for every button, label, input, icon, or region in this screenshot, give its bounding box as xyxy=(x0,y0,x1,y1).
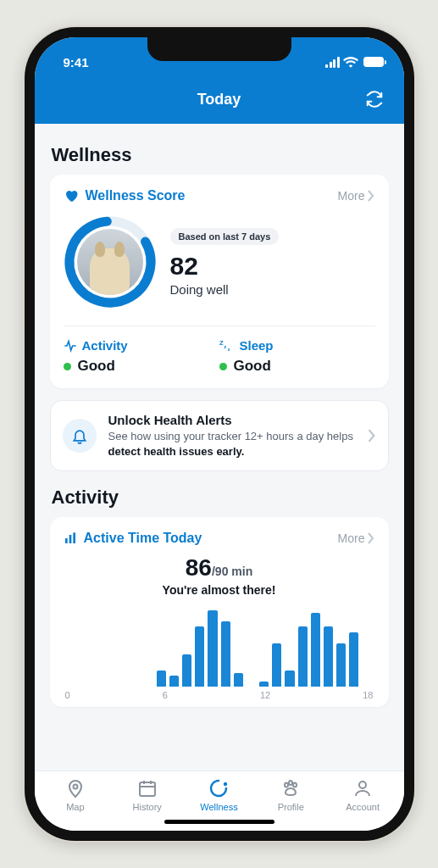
chart-bar xyxy=(285,670,294,687)
svg-rect-6 xyxy=(69,535,71,543)
wellness-score-card[interactable]: Wellness Score More xyxy=(50,175,389,388)
wifi-icon xyxy=(343,56,358,68)
pulse-icon xyxy=(64,339,77,353)
score-ring xyxy=(64,215,157,309)
chart-bar xyxy=(157,670,166,687)
side-button xyxy=(21,281,25,328)
sleep-icon: Z z z xyxy=(219,339,235,353)
axis-tick: 18 xyxy=(363,690,373,700)
title-bar: Today xyxy=(35,75,404,124)
bars-icon xyxy=(64,531,77,545)
svg-point-10 xyxy=(224,782,227,786)
chart-bar xyxy=(259,682,269,687)
svg-rect-5 xyxy=(65,538,68,543)
heart-icon xyxy=(64,188,79,203)
svg-point-11 xyxy=(285,783,288,787)
person-icon xyxy=(352,778,373,798)
notch xyxy=(147,37,291,61)
banner-body: See how using your tracker 12+ hours a d… xyxy=(108,429,356,459)
svg-rect-7 xyxy=(73,532,75,543)
chevron-right-icon xyxy=(368,429,376,442)
chart-bar xyxy=(336,643,346,687)
chart-bar xyxy=(208,610,217,687)
chart-bar xyxy=(234,673,243,687)
axis-tick: 0 xyxy=(65,690,70,700)
chart-bar xyxy=(130,685,140,687)
metric-activity[interactable]: Activity Good xyxy=(64,338,219,375)
health-alerts-banner[interactable]: Unlock Health Alerts See how using your … xyxy=(50,400,389,471)
active-time-card[interactable]: Active Time Today More 86/90 min You're … xyxy=(50,517,389,707)
score-value: 82 xyxy=(170,252,280,281)
card-title: Active Time Today xyxy=(84,531,331,546)
content-scroll[interactable]: Wellness Wellness Score More xyxy=(35,124,404,771)
side-button xyxy=(414,239,418,311)
phone-frame: 9:41 Today xyxy=(25,27,414,841)
chart-bar xyxy=(182,654,191,687)
pet-avatar xyxy=(77,229,143,295)
axis-tick: 6 xyxy=(163,690,168,700)
svg-text:z: z xyxy=(227,347,230,352)
refresh-icon xyxy=(365,90,384,108)
chart-bar xyxy=(324,626,333,687)
active-minutes: 86 xyxy=(186,554,212,581)
score-period-pill: Based on last 7 days xyxy=(170,228,280,245)
svg-text:z: z xyxy=(224,344,226,349)
svg-text:Z: Z xyxy=(219,339,224,347)
active-goal: /90 min xyxy=(212,565,252,578)
wellness-icon xyxy=(208,778,229,798)
side-button xyxy=(21,180,25,205)
signal-icon xyxy=(325,57,340,68)
clock: 9:41 xyxy=(64,55,89,70)
chart-bar xyxy=(247,685,256,687)
metric-value: Good xyxy=(78,358,115,375)
chart-bar xyxy=(105,685,114,687)
chart-bar xyxy=(311,613,320,687)
chart-x-axis: 061218 xyxy=(64,687,375,700)
more-link[interactable]: More xyxy=(338,189,375,203)
status-dot xyxy=(64,363,71,370)
score-caption: Doing well xyxy=(170,282,280,297)
chart-bar xyxy=(362,685,371,687)
axis-tick: 12 xyxy=(260,690,270,700)
svg-point-8 xyxy=(73,785,77,789)
section-title-activity: Activity xyxy=(52,487,387,509)
chart-bar xyxy=(349,632,358,687)
chart-bar xyxy=(298,626,308,687)
chart-bar xyxy=(92,685,102,687)
chart-bar xyxy=(67,685,76,687)
map-pin-icon xyxy=(65,778,86,798)
chart-bar xyxy=(221,621,230,687)
screen: 9:41 Today xyxy=(35,37,404,831)
svg-point-12 xyxy=(289,781,292,785)
banner-title: Unlock Health Alerts xyxy=(108,413,356,427)
chart-bar xyxy=(272,643,281,687)
tab-map[interactable]: Map xyxy=(40,778,112,812)
chart-bar xyxy=(195,626,204,687)
status-icons xyxy=(325,56,384,68)
tab-wellness[interactable]: Wellness xyxy=(183,778,255,812)
battery-icon xyxy=(363,57,384,67)
chevron-right-icon xyxy=(367,532,375,544)
active-caption: You're almost there! xyxy=(64,583,375,597)
bell-icon xyxy=(71,426,88,445)
tab-account[interactable]: Account xyxy=(327,778,399,812)
activity-bar-chart xyxy=(64,610,375,687)
more-link[interactable]: More xyxy=(338,531,375,545)
side-button xyxy=(21,222,25,269)
calendar-icon xyxy=(137,778,158,798)
chart-bar xyxy=(169,676,179,687)
tab-history[interactable]: History xyxy=(111,778,183,812)
chart-bar xyxy=(144,685,153,687)
tab-profile[interactable]: Profile xyxy=(255,778,327,812)
svg-point-13 xyxy=(293,783,297,787)
status-dot xyxy=(219,363,227,370)
bell-icon-wrap xyxy=(63,419,97,453)
metric-sleep[interactable]: Z z z Sleep Good xyxy=(219,338,375,375)
paw-icon xyxy=(280,778,301,798)
page-title: Today xyxy=(197,91,241,108)
home-indicator xyxy=(164,820,274,824)
svg-rect-9 xyxy=(140,782,155,796)
chevron-right-icon xyxy=(367,190,375,202)
chart-bar xyxy=(118,685,127,687)
refresh-button[interactable] xyxy=(363,88,385,110)
